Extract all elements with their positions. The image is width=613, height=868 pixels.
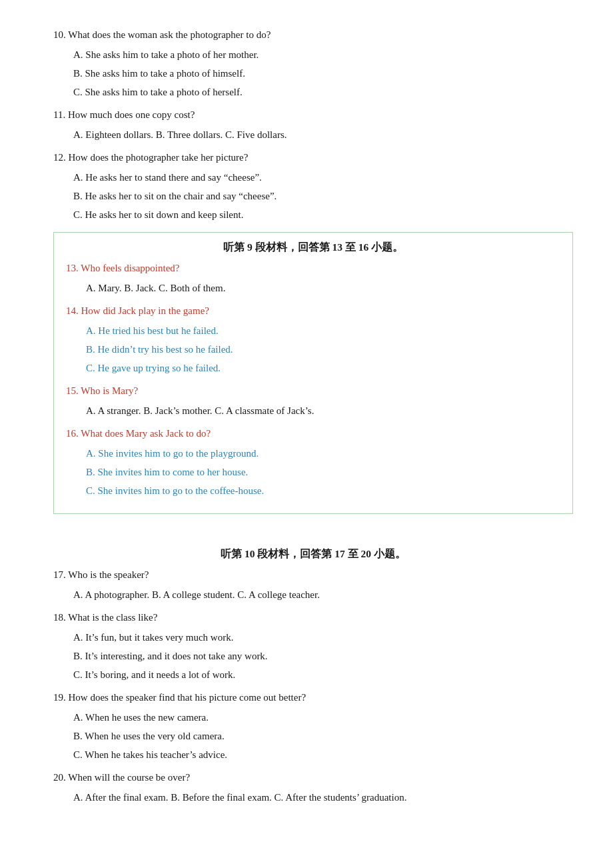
q19-optA: A. When he uses the new camera. <box>73 709 573 725</box>
q13-options-inline: A. Mary. B. Jack. C. Both of them. <box>86 280 560 296</box>
q12-optB-label: B. <box>73 191 83 201</box>
section-10-title: 听第 10 段材料，回答第 17 至 20 小题。 <box>53 547 573 561</box>
q18-optB-text: It’s interesting, and it does not take a… <box>85 651 268 661</box>
q16-optB-text: She invites him to come to her house. <box>98 467 249 477</box>
q17-number: 17. <box>53 569 66 580</box>
q11-number: 11. <box>53 109 65 120</box>
q18-text: 18. What is the class like? <box>53 609 573 625</box>
q19-question: How does the speaker find that his pictu… <box>69 692 306 703</box>
q14-optC: C. He gave up trying so he failed. <box>86 360 560 376</box>
q17-options-inline: A. A photographer. B. A college student.… <box>73 587 573 603</box>
q10-optB: B. She asks him to take a photo of himse… <box>73 65 573 81</box>
q16-optC: C. She invites him to go to the coffee-h… <box>86 483 560 499</box>
q16-optA: A. She invites him to go to the playgrou… <box>86 445 560 461</box>
question-16: 16. What does Mary ask Jack to do? A. Sh… <box>66 425 560 499</box>
q12-optC: C. He asks her to sit down and keep sile… <box>73 207 573 223</box>
q19-optB-text: When he uses the very old camera. <box>85 731 225 741</box>
q16-optC-label: C. <box>86 485 95 496</box>
q13-text: 13. Who feels disappointed? <box>66 260 560 276</box>
q14-optA-label: A. <box>86 325 96 336</box>
q10-optC: C. She asks him to take a photo of herse… <box>73 84 573 100</box>
q18-optA-label: A. <box>73 632 83 643</box>
q12-optA: A. He asks her to stand there and say “c… <box>73 169 573 185</box>
q11-question: How much does one copy cost? <box>68 109 195 120</box>
q13-question: Who feels disappointed? <box>81 263 179 273</box>
q17-question: Who is the speaker? <box>68 569 149 580</box>
q20-text: 20. When will the course be over? <box>53 769 573 785</box>
q14-optC-label: C. <box>86 363 95 373</box>
question-14: 14. How did Jack play in the game? A. He… <box>66 303 560 376</box>
q16-text: 16. What does Mary ask Jack to do? <box>66 425 560 441</box>
q14-optB-label: B. <box>86 344 95 355</box>
q12-number: 12. <box>53 152 66 163</box>
q13-number: 13. <box>66 263 79 273</box>
q14-optC-text: He gave up trying so he failed. <box>98 363 221 373</box>
q20-number: 20. <box>53 772 66 783</box>
q12-question: How does the photographer take her pictu… <box>69 152 249 163</box>
q16-optC-text: She invites him to go to the coffee-hous… <box>98 485 265 496</box>
q19-optB: B. When he uses the very old camera. <box>73 728 573 744</box>
q14-optB-text: He didn’t try his best so he failed. <box>98 344 233 355</box>
q19-text: 19. How does the speaker find that his p… <box>53 689 573 705</box>
question-19: 19. How does the speaker find that his p… <box>53 689 573 763</box>
q14-optA-text: He tried his best but he failed. <box>98 325 218 336</box>
q18-optC: C. It’s boring, and it needs a lot of wo… <box>73 667 573 683</box>
section-9-title: 听第 9 段材料，回答第 13 至 16 小题。 <box>66 241 560 255</box>
q15-text: 15. Who is Mary? <box>66 383 560 399</box>
q10-question: What does the woman ask the photographer… <box>68 29 271 40</box>
q16-question: What does Mary ask Jack to do? <box>81 428 211 439</box>
q12-optA-text: He asks her to stand there and say “chee… <box>85 172 261 183</box>
q12-text: 12. How does the photographer take her p… <box>53 149 573 165</box>
q10-optC-label: C. <box>73 87 83 97</box>
q12-optA-label: A. <box>73 172 83 183</box>
q16-optB: B. She invites him to come to her house. <box>86 464 560 480</box>
section-9-box: 听第 9 段材料，回答第 13 至 16 小题。 13. Who feels d… <box>53 232 573 514</box>
q12-optB-text: He asks her to sit on the chair and say … <box>85 191 277 201</box>
q19-optA-text: When he uses the new camera. <box>85 712 209 723</box>
q15-question: Who is Mary? <box>81 385 138 396</box>
q11-options-inline: A. Eighteen dollars. B. Three dollars. C… <box>73 127 573 143</box>
q12-optC-label: C. <box>73 209 83 220</box>
questions-17-20: 17. Who is the speaker? A. A photographe… <box>53 567 573 805</box>
question-15: 15. Who is Mary? A. A stranger. B. Jack’… <box>66 383 560 419</box>
question-18: 18. What is the class like? A. It’s fun,… <box>53 609 573 683</box>
q18-question: What is the class like? <box>68 612 157 623</box>
q12-optB: B. He asks her to sit on the chair and s… <box>73 188 573 204</box>
q14-number: 14. <box>66 305 79 316</box>
question-10: 10. What does the woman ask the photogra… <box>53 27 573 100</box>
question-20: 20. When will the course be over? A. Aft… <box>53 769 573 805</box>
q19-optB-label: B. <box>73 731 83 741</box>
q20-question: When will the course be over? <box>68 772 190 783</box>
q20-options-inline: A. After the final exam. B. Before the f… <box>73 789 573 805</box>
q12-optC-text: He asks her to sit down and keep silent. <box>85 209 244 220</box>
q14-optB: B. He didn’t try his best so he failed. <box>86 341 560 357</box>
q10-optA: A. She asks him to take a photo of her m… <box>73 47 573 63</box>
q18-optC-text: It’s boring, and it needs a lot of work. <box>85 669 236 680</box>
q14-optA: A. He tried his best but he failed. <box>86 323 560 339</box>
q18-optA: A. It’s fun, but it takes very much work… <box>73 629 573 645</box>
q10-optB-label: B. <box>73 68 83 79</box>
q16-optA-text: She invites him to go to the playground. <box>98 448 259 459</box>
question-11: 11. How much does one copy cost? A. Eigh… <box>53 107 573 143</box>
q10-text: 10. What does the woman ask the photogra… <box>53 27 573 43</box>
q18-optB: B. It’s interesting, and it does not tak… <box>73 648 573 664</box>
question-12: 12. How does the photographer take her p… <box>53 149 573 223</box>
q17-text: 17. Who is the speaker? <box>53 567 573 583</box>
q18-optB-label: B. <box>73 651 83 661</box>
q14-question: How did Jack play in the game? <box>81 305 209 316</box>
q16-number: 16. <box>66 428 79 439</box>
q10-optA-label: A. <box>73 49 83 60</box>
q14-text: 14. How did Jack play in the game? <box>66 303 560 319</box>
q19-optC-label: C. <box>73 749 83 760</box>
q16-optB-label: B. <box>86 467 95 477</box>
question-17: 17. Who is the speaker? A. A photographe… <box>53 567 573 603</box>
q10-number: 10. <box>53 29 66 40</box>
q15-number: 15. <box>66 385 79 396</box>
q11-text: 11. How much does one copy cost? <box>53 107 573 123</box>
q15-options-inline: A. A stranger. B. Jack’s mother. C. A cl… <box>86 403 560 419</box>
q10-optC-text: She asks him to take a photo of herself. <box>85 87 243 97</box>
q18-optA-text: It’s fun, but it takes very much work. <box>85 632 233 643</box>
q10-optB-text: She asks him to take a photo of himself. <box>85 68 245 79</box>
question-13: 13. Who feels disappointed? A. Mary. B. … <box>66 260 560 296</box>
q18-optC-label: C. <box>73 669 83 680</box>
